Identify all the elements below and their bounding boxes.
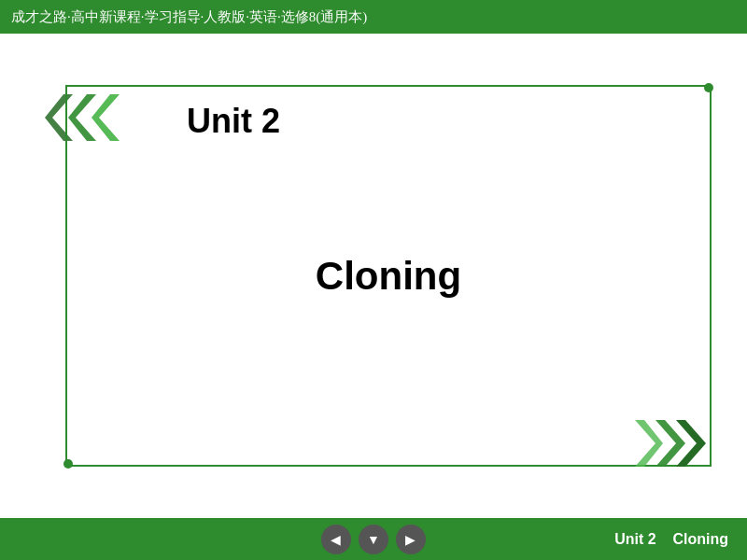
bottom-unit-text: Unit 2	[614, 531, 655, 547]
prev-button[interactable]: ◀	[321, 525, 351, 554]
top-right-dot-decoration	[704, 83, 713, 92]
bottom-navigation-bar: ◀ ▼ ▶ Unit 2 Cloning	[0, 518, 747, 560]
prev-icon: ◀	[331, 532, 341, 547]
down-icon: ▼	[367, 532, 380, 547]
home-button[interactable]: ▼	[359, 525, 388, 554]
unit-label: Unit 2	[179, 102, 288, 141]
bottom-right-label: Unit 2 Cloning	[614, 531, 728, 548]
nav-buttons-group: ◀ ▼ ▶	[255, 525, 491, 554]
next-button[interactable]: ▶	[396, 525, 426, 554]
svg-marker-3	[635, 420, 663, 467]
bottom-cloning-text: Cloning	[672, 531, 728, 547]
right-chevrons-decoration	[616, 415, 719, 471]
right-chevron-icon	[616, 415, 719, 471]
bottom-left-dot-decoration	[63, 459, 73, 469]
header-title: 成才之路·高中新课程·学习指导·人教版·英语·选修8(通用本)	[11, 8, 367, 26]
top-header-bar: 成才之路·高中新课程·学习指导·人教版·英语·选修8(通用本)	[0, 0, 747, 34]
main-content-area: Unit 2 Cloning	[0, 34, 747, 518]
cloning-title: Cloning	[316, 254, 461, 299]
content-card: Unit 2 Cloning	[65, 85, 712, 467]
next-icon: ▶	[405, 532, 416, 547]
